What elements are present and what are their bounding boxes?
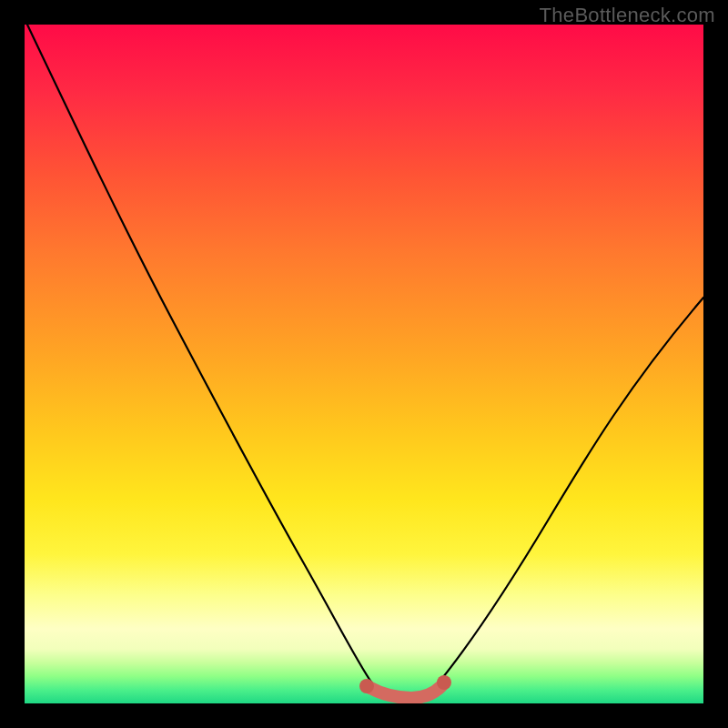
valley-highlight-segment — [369, 686, 441, 698]
plot-area — [25, 25, 703, 703]
valley-highlight-end-dot — [437, 675, 451, 690]
curve-right-branch — [440, 298, 703, 682]
chart-stage: TheBottleneck.com — [0, 0, 728, 728]
valley-highlight-start-dot — [359, 679, 374, 693]
curve-left-branch — [27, 25, 372, 683]
curve-layer — [25, 25, 703, 703]
